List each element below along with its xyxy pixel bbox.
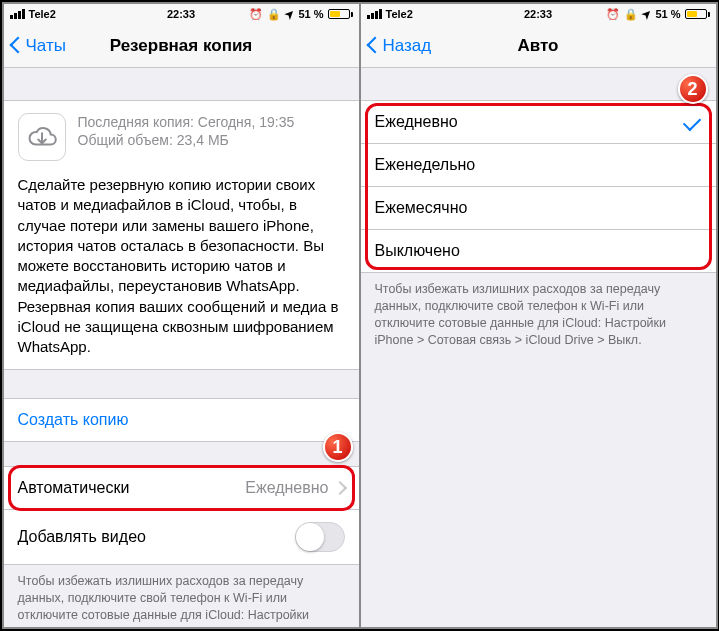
status-bar: Tele2 22:33 51 %: [4, 4, 359, 24]
step-badge-1: 1: [323, 432, 353, 462]
option-label: Ежедневно: [375, 113, 458, 131]
battery-icon: [685, 9, 710, 19]
auto-label: Автоматически: [18, 479, 130, 497]
nav-bar: Чаты Резервная копия: [4, 24, 359, 68]
option-monthly[interactable]: Ежемесячно: [361, 187, 716, 230]
lock-icon: [624, 8, 638, 21]
page-title: Резервная копия: [110, 36, 253, 56]
include-video-label: Добавлять видео: [18, 528, 146, 546]
create-backup-button[interactable]: Создать копию: [4, 399, 359, 441]
option-label: Ежемесячно: [375, 199, 468, 217]
carrier-label: Tele2: [29, 8, 56, 20]
option-label: Выключено: [375, 242, 460, 260]
status-bar: Tele2 22:33 51 %: [361, 4, 716, 24]
location-icon: [642, 8, 651, 21]
option-label: Еженедельно: [375, 156, 476, 174]
battery-icon: [328, 9, 353, 19]
location-icon: [285, 8, 294, 21]
screen-auto: Tele2 22:33 51 % Назад Авто 2: [361, 4, 716, 627]
backup-description: Сделайте резервную копию истории своих ч…: [18, 175, 345, 357]
option-off[interactable]: Выключено: [361, 230, 716, 272]
option-daily[interactable]: Ежедневно: [361, 101, 716, 144]
lock-icon: [267, 8, 281, 21]
last-backup-line: Последняя копия: Сегодня, 19:35: [78, 113, 295, 131]
backup-info-block: Последняя копия: Сегодня, 19:35 Общий об…: [4, 100, 359, 370]
include-video-row: Добавлять видео: [4, 510, 359, 564]
footer-note: Чтобы избежать излишних расходов за пере…: [361, 273, 716, 357]
screen-backup: Tele2 22:33 51 % Чаты Резервная копия: [4, 4, 359, 627]
option-weekly[interactable]: Еженедельно: [361, 144, 716, 187]
carrier-label: Tele2: [386, 8, 413, 20]
step-badge-2: 2: [678, 74, 708, 104]
alarm-icon: [606, 8, 620, 21]
signal-icon: [367, 9, 382, 19]
back-label: Чаты: [26, 36, 66, 56]
back-label: Назад: [383, 36, 432, 56]
back-button[interactable]: Чаты: [4, 36, 66, 56]
back-button[interactable]: Назад: [361, 36, 432, 56]
frequency-options: Ежедневно Еженедельно Ежемесячно Выключе…: [361, 100, 716, 273]
chevron-left-icon: [8, 36, 26, 56]
cloud-icon: [18, 113, 66, 161]
auto-row[interactable]: Автоматически Ежедневно: [4, 467, 359, 509]
footer-note: Чтобы избежать излишних расходов за пере…: [4, 565, 359, 627]
battery-pct: 51 %: [655, 8, 680, 20]
status-time: 22:33: [167, 8, 195, 20]
nav-bar: Назад Авто: [361, 24, 716, 68]
battery-pct: 51 %: [298, 8, 323, 20]
auto-row-group: Автоматически Ежедневно: [4, 466, 359, 510]
chevron-right-icon: [335, 479, 345, 497]
auto-value: Ежедневно: [245, 479, 328, 497]
content: 2 Ежедневно Еженедельно Ежемесячно Выклю…: [361, 68, 716, 627]
status-time: 22:33: [524, 8, 552, 20]
backup-size-line: Общий объем: 23,4 МБ: [78, 131, 295, 149]
signal-icon: [10, 9, 25, 19]
content: Последняя копия: Сегодня, 19:35 Общий об…: [4, 68, 359, 627]
include-video-group: Добавлять видео: [4, 510, 359, 565]
create-backup-label: Создать копию: [18, 411, 129, 429]
page-title: Авто: [518, 36, 559, 56]
include-video-switch[interactable]: [295, 522, 345, 552]
alarm-icon: [249, 8, 263, 21]
chevron-left-icon: [365, 36, 383, 56]
create-backup-group: Создать копию: [4, 398, 359, 442]
checkmark-icon: [684, 113, 702, 131]
